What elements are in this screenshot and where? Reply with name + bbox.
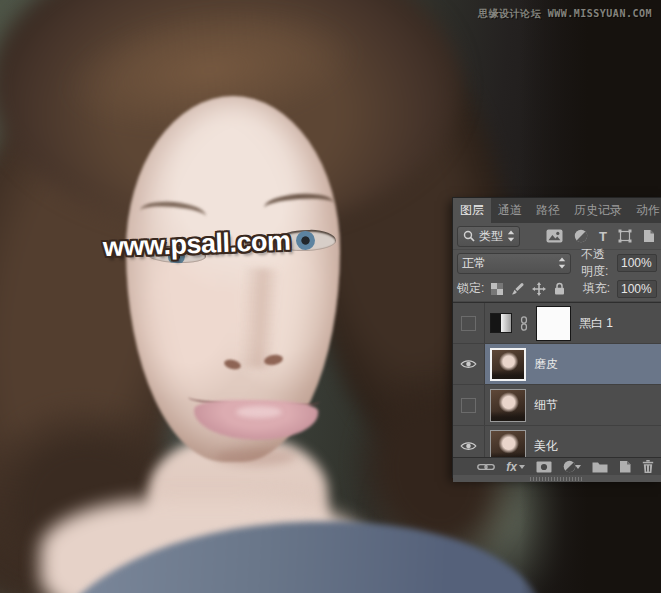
layer-row-black-white[interactable]: 黑白 1 (453, 303, 661, 344)
layers-panel: 图层 通道 路径 历史记录 动作 类型 (452, 197, 661, 478)
new-layer-icon[interactable] (619, 460, 631, 473)
layer-name[interactable]: 黑白 1 (579, 315, 613, 332)
nose-art (237, 267, 280, 369)
lock-label: 锁定: (457, 280, 484, 297)
layer-thumbnail[interactable] (490, 389, 526, 422)
chin-art (216, 448, 296, 466)
hidden-layer-box (461, 316, 476, 331)
smart-object-filter-icon[interactable] (643, 229, 655, 243)
layer-filter-row: 类型 T (453, 223, 661, 250)
tab-history[interactable]: 历史记录 (567, 198, 629, 223)
layer-row-content: 黑白 1 (485, 303, 661, 343)
shape-layer-filter-icon[interactable] (618, 229, 632, 243)
fill-label: 填充: (583, 280, 610, 297)
layer-name[interactable]: 磨皮 (534, 356, 558, 373)
layer-row-content: 美化 (485, 426, 661, 457)
black-white-adjustment-thumbnail[interactable] (490, 313, 512, 333)
layer-name[interactable]: 美化 (534, 438, 558, 455)
visibility-toggle[interactable] (453, 385, 485, 425)
eye-icon (460, 440, 477, 452)
layer-name[interactable]: 细节 (534, 397, 558, 414)
layer-thumbnail[interactable] (490, 430, 526, 458)
blend-mode-value: 正常 (462, 255, 486, 272)
eye-icon (460, 358, 477, 370)
layer-row-beautify[interactable]: 美化 (453, 426, 661, 457)
new-group-icon[interactable] (592, 461, 608, 473)
filter-kind-select[interactable]: 类型 (457, 226, 520, 247)
visibility-toggle[interactable] (453, 426, 485, 457)
lock-pixels-icon[interactable] (511, 283, 524, 295)
iris-art (296, 231, 316, 251)
fill-field[interactable]: 100% (617, 280, 657, 298)
link-layers-icon[interactable] (477, 462, 495, 472)
layer-mask-thumbnail[interactable] (536, 306, 571, 341)
visibility-toggle[interactable] (453, 303, 485, 343)
filter-icon-group: T (546, 229, 657, 243)
adjustment-layer-filter-icon[interactable] (574, 229, 588, 243)
lock-transparency-icon[interactable] (491, 283, 503, 295)
chevron-updown-icon (507, 230, 515, 242)
lock-all-icon[interactable] (554, 282, 565, 295)
add-layer-mask-icon[interactable] (536, 461, 552, 473)
new-adjustment-layer-icon[interactable] (563, 460, 581, 473)
layer-row-detail[interactable]: 细节 (453, 385, 661, 426)
chevron-updown-icon (558, 257, 566, 269)
type-layer-filter-icon[interactable]: T (599, 230, 607, 243)
visibility-toggle[interactable] (453, 344, 485, 384)
tab-channels[interactable]: 通道 (491, 198, 529, 223)
layer-thumbnail[interactable] (490, 348, 526, 381)
site-watermark: 思缘设计论坛 WWW.MISSYUAN.COM (478, 7, 652, 21)
psall-watermark: www.psall.com (103, 226, 292, 264)
lips-art (236, 406, 282, 418)
panel-tabbar: 图层 通道 路径 历史记录 动作 (453, 198, 661, 223)
tab-actions[interactable]: 动作 (629, 198, 661, 223)
lock-row: 锁定: 填充: 100% (453, 276, 661, 302)
panel-resize-grip[interactable] (530, 477, 584, 481)
layer-row-content: 细节 (485, 385, 661, 425)
pixel-layer-filter-icon[interactable] (546, 229, 563, 243)
opacity-field[interactable]: 100% (617, 254, 657, 272)
hidden-layer-box (461, 398, 476, 413)
panel-bottom-edge (453, 475, 661, 482)
opacity-label: 不透明度: (581, 246, 612, 280)
blend-mode-select[interactable]: 正常 (457, 253, 571, 274)
layer-style-icon[interactable]: fx (506, 461, 525, 473)
tab-layers[interactable]: 图层 (453, 198, 491, 223)
blend-mode-row: 正常 不透明度: 100% (453, 250, 661, 276)
layer-row-smoothing[interactable]: 磨皮 (453, 344, 661, 385)
layer-list: 黑白 1 磨皮 细节 (453, 302, 661, 457)
lock-icon-group (491, 282, 565, 296)
mask-link-icon (520, 316, 528, 331)
lock-position-icon[interactable] (532, 282, 546, 296)
filter-kind-label: 类型 (479, 228, 503, 245)
photoshop-workspace: 思缘设计论坛 WWW.MISSYUAN.COM www.psall.com 图层… (0, 0, 661, 593)
layer-row-content: 磨皮 (485, 344, 661, 384)
panel-footer-toolbar: fx (453, 457, 661, 475)
search-icon (463, 230, 475, 242)
delete-layer-icon[interactable] (642, 460, 654, 473)
tab-paths[interactable]: 路径 (529, 198, 567, 223)
